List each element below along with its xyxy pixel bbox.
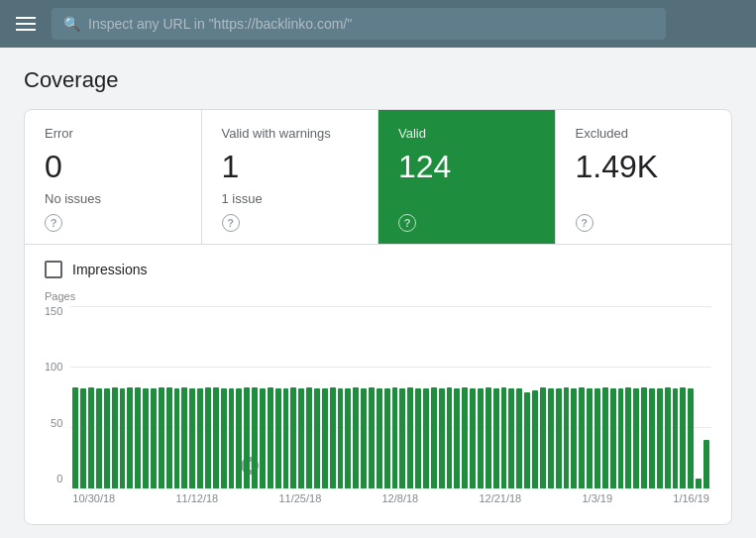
bar [587, 388, 593, 488]
y-axis-label: Pages [45, 290, 711, 302]
x-tick: 10/30/18 [72, 492, 115, 504]
chart-area: Impressions Pages 0 50 100 150 [25, 245, 731, 524]
bar [330, 387, 336, 488]
bar [633, 388, 639, 488]
page-content: Coverage Error 0 No issues ? Valid with … [0, 48, 756, 538]
stat-cell-error[interactable]: Error 0 No issues ? [25, 110, 202, 244]
bar [112, 387, 118, 488]
bar [462, 387, 468, 488]
bar [501, 387, 507, 488]
bar [665, 387, 671, 488]
bar [244, 387, 250, 488]
bar [181, 387, 187, 488]
bar [594, 388, 600, 488]
stat-help-excluded[interactable]: ? [576, 214, 594, 232]
bar [104, 388, 110, 488]
bar [688, 388, 694, 488]
stat-cell-excluded[interactable]: Excluded 1.49K ? [556, 110, 732, 244]
bar [703, 440, 709, 488]
bar [127, 387, 133, 488]
bar [516, 388, 522, 488]
bar [306, 387, 312, 488]
x-tick: 12/8/18 [382, 492, 419, 504]
bar [260, 388, 266, 488]
bar [556, 388, 562, 488]
bar [135, 387, 141, 488]
bar [493, 388, 499, 488]
stat-label-warnings: Valid with warnings [222, 126, 331, 141]
chart-wrapper: 0 50 100 150 [45, 306, 711, 504]
bar [571, 388, 577, 488]
bar [252, 387, 258, 488]
bar [338, 388, 344, 488]
bar [618, 388, 624, 488]
bar [423, 388, 429, 488]
bar [353, 387, 359, 488]
help-icon-valid: ? [398, 214, 416, 232]
x-tick: 12/21/18 [479, 492, 521, 504]
impressions-label: Impressions [72, 262, 147, 277]
bar [236, 388, 242, 488]
stats-row: Error 0 No issues ? Valid with warnings … [25, 110, 731, 245]
bar [377, 388, 382, 488]
page-title: Coverage [24, 67, 732, 93]
main-card: Error 0 No issues ? Valid with warnings … [24, 109, 732, 525]
stat-label-error: Error [45, 126, 73, 141]
bar [151, 388, 157, 488]
bar [602, 387, 608, 488]
stat-value-excluded: 1.49K [576, 149, 659, 185]
bar [80, 388, 86, 488]
chart-header: Impressions [45, 261, 711, 278]
bar [283, 388, 289, 488]
bars [70, 306, 711, 488]
bar [657, 388, 663, 488]
impressions-checkbox[interactable] [45, 261, 62, 278]
stat-help-valid[interactable]: ? [398, 214, 416, 232]
stat-value-warnings: 1 [222, 149, 240, 185]
bar [345, 388, 351, 488]
bar [548, 388, 554, 488]
bar [478, 388, 484, 488]
stat-cell-valid[interactable]: Valid 124 ? [378, 110, 556, 244]
bar [392, 387, 398, 488]
stat-help-error[interactable]: ? [45, 214, 62, 232]
bar [72, 387, 78, 488]
x-axis-labels: 10/30/1811/12/1811/25/1812/8/1812/21/181… [70, 492, 711, 504]
y-tick-0: 0 [45, 474, 62, 484]
stat-sub-error: No issues [45, 191, 101, 206]
bar [540, 387, 546, 488]
bar [290, 387, 296, 488]
bar [431, 387, 437, 488]
grid-and-bars: 1 [70, 306, 711, 488]
x-tick: 11/25/18 [278, 492, 321, 504]
bar [641, 387, 647, 488]
bar [407, 387, 413, 488]
bar [221, 388, 227, 488]
y-tick-150: 150 [45, 306, 62, 317]
chart-container: Pages 0 50 100 150 [45, 290, 711, 504]
stat-value-valid: 124 [398, 149, 451, 185]
bar [275, 388, 281, 488]
bar [189, 388, 195, 488]
bar [205, 387, 211, 488]
bar [229, 388, 235, 488]
bar [508, 388, 514, 488]
bar [579, 387, 585, 488]
bar [673, 388, 679, 488]
bar [159, 387, 164, 488]
bar [197, 388, 203, 488]
x-tick: 1/3/19 [582, 492, 612, 504]
bars-area: 1 10/30/1811/12/1811/25/1812/8/1812/21/1… [70, 306, 711, 504]
help-icon-warnings: ? [222, 214, 240, 232]
bar [625, 387, 631, 488]
stat-help-warnings[interactable]: ? [222, 214, 240, 232]
bar [298, 388, 304, 488]
stat-cell-warnings[interactable]: Valid with warnings 1 1 issue ? [202, 110, 379, 244]
bar [680, 387, 686, 488]
x-tick: 1/16/19 [673, 492, 709, 504]
search-bar[interactable]: 🔍 Inspect any URL in "https://backlinko.… [52, 8, 666, 40]
help-icon-error: ? [45, 214, 62, 232]
bar [486, 387, 491, 488]
menu-button[interactable] [12, 13, 40, 35]
stat-label-excluded: Excluded [576, 126, 628, 141]
